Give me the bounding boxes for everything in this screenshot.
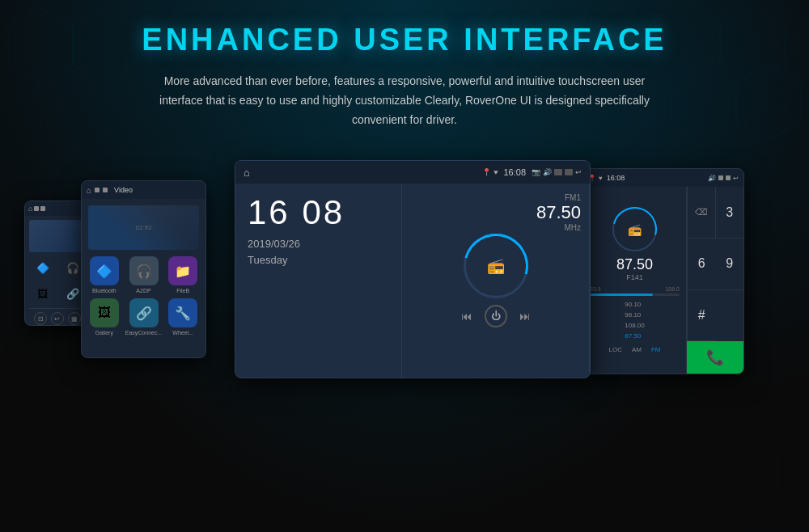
band-labels: LOC AM FM bbox=[608, 346, 660, 353]
right-status-right: 🔊 ↩ bbox=[708, 175, 739, 182]
small-app-btn-1[interactable]: 🔷 bbox=[29, 256, 56, 279]
small-app-grid: 🔷 🎧 🖼 🔗 bbox=[29, 256, 86, 305]
freq-item-3: 108.00 bbox=[625, 321, 644, 331]
right-status-icons: 📍 ♥ 16:08 bbox=[588, 174, 625, 182]
freq-item-active: 87.50 bbox=[625, 331, 644, 342]
page-subtitle: More advanced than ever before, features… bbox=[146, 72, 663, 129]
screen-center: ⌂ 📍 ♥ 16:08 📷 🔊 ↩ 16 08 2019/03/26 bbox=[235, 160, 591, 378]
screen-right: 📍 ♥ 16:08 🔊 ↩ 📻 87 bbox=[582, 168, 744, 374]
gallery-label: Gallery bbox=[95, 330, 113, 336]
fm-freq-display: 87.50 bbox=[536, 202, 581, 223]
video-banner: 02:92 bbox=[88, 205, 199, 250]
small-radio-arc bbox=[604, 199, 665, 260]
app-grid: 📍 Navigation 📻 Radio 🎵 Music 🎬 Video ⚙️ bbox=[235, 378, 590, 378]
time-display: 16 08 bbox=[248, 196, 389, 230]
bluetooth-icon-btn[interactable]: 🔷 bbox=[90, 256, 119, 285]
fm-info: FM1 87.50 MHz bbox=[536, 193, 581, 232]
bluetooth-label: Bluetooth bbox=[92, 288, 116, 293]
left-app-grid: 🔷 Bluetooth 🎧 A2DP 📁 FileB 🖼 Gallery bbox=[88, 256, 199, 336]
easyconnect-icon-btn[interactable]: 🔗 bbox=[129, 298, 159, 327]
far-left-body: 🔷 🎧 🖼 🔗 ⊡ ↩ ▦ bbox=[25, 216, 90, 326]
small-app-btn-3[interactable]: 🖼 bbox=[29, 282, 56, 305]
gallery-icon-btn[interactable]: 🖼 bbox=[90, 298, 119, 327]
screen-left: ⌂ Video 02:92 🔷 Bluetooth 🎧 A2DP bbox=[81, 180, 206, 358]
right-radio-section: 📻 87.50 F141 63.9 108.0 90.1 bbox=[583, 187, 687, 374]
far-left-bottom-controls: ⊡ ↩ ▦ bbox=[29, 308, 86, 326]
freq-start: 63.9 bbox=[590, 286, 601, 292]
freq-range-row: 63.9 108.0 bbox=[590, 286, 680, 292]
key-backspace[interactable]: ⌫ bbox=[688, 187, 716, 239]
key-hash[interactable]: # bbox=[688, 290, 716, 342]
wheel-label: Wheel... bbox=[172, 330, 193, 336]
key-6[interactable]: 6 bbox=[688, 239, 716, 290]
date-line2: Tuesday bbox=[248, 252, 389, 268]
right-freq-display: 87.50 bbox=[616, 256, 653, 273]
app-bluetooth[interactable]: 🔷 Bluetooth bbox=[88, 256, 121, 293]
page-title: ENHANCED USER INTERFACE bbox=[142, 23, 667, 57]
center-header: ⌂ 📍 ♥ 16:08 📷 🔊 ↩ bbox=[235, 161, 590, 184]
prev-track-icon[interactable]: ⏮ bbox=[461, 310, 472, 323]
key-3[interactable]: 3 bbox=[716, 187, 744, 239]
ctrl-home[interactable]: ⊡ bbox=[34, 312, 47, 325]
right-freq-sub: F141 bbox=[626, 273, 643, 281]
left-header: ⌂ Video bbox=[82, 181, 205, 199]
freq-item-1: 90.10 bbox=[625, 300, 644, 310]
center-status-icons: 📍 ♥ 16:08 📷 🔊 ↩ bbox=[482, 167, 582, 177]
ctrl-back[interactable]: ↩ bbox=[51, 312, 64, 325]
wheel-icon-btn[interactable]: 🔧 bbox=[168, 298, 197, 327]
freq-fill bbox=[590, 293, 653, 296]
date-line1: 2019/03/26 bbox=[248, 236, 389, 252]
next-track-icon[interactable]: ⏭ bbox=[519, 310, 531, 323]
left-body: 02:92 🔷 Bluetooth 🎧 A2DP 📁 FileB bbox=[82, 199, 205, 342]
main-content: ENHANCED USER INTERFACE More advanced th… bbox=[0, 0, 809, 411]
fileb-icon-btn[interactable]: 📁 bbox=[168, 256, 197, 285]
fm-unit: MHz bbox=[536, 223, 581, 232]
freq-item-2: 98.10 bbox=[625, 310, 644, 321]
radio-arc bbox=[451, 222, 540, 310]
freq-track bbox=[590, 293, 680, 296]
radio-controls: ⏮ ⏻ ⏭ bbox=[461, 305, 531, 327]
left-screen-title: Video bbox=[114, 186, 133, 194]
freq-bar: 63.9 108.0 bbox=[590, 286, 680, 296]
radio-dial: 📻 bbox=[464, 234, 528, 298]
small-video-banner bbox=[29, 220, 86, 252]
app-easyconnect[interactable]: 🔗 EasyConnec... bbox=[125, 298, 163, 336]
a2dp-icon-btn[interactable]: 🎧 bbox=[129, 256, 159, 285]
easyconnect-label: EasyConnec... bbox=[125, 330, 163, 336]
app-fileb[interactable]: 📁 FileB bbox=[167, 256, 199, 293]
far-left-header: ⌂ bbox=[25, 201, 90, 216]
app-gallery[interactable]: 🖼 Gallery bbox=[88, 298, 121, 336]
radio-section: FM1 87.50 MHz 📻 ⏮ ⏻ ⏭ bbox=[402, 184, 590, 378]
right-body: 📻 87.50 F141 63.9 108.0 90.1 bbox=[583, 187, 743, 374]
screens-showcase: ⌂ 🔷 🎧 🖼 🔗 ⊡ ↩ ▦ bbox=[16, 152, 793, 411]
keypad-numbers: ⌫ 3 6 9 # bbox=[687, 187, 743, 341]
right-header: 📍 ♥ 16:08 🔊 ↩ bbox=[583, 169, 743, 187]
center-body: 16 08 2019/03/26 Tuesday FM1 87.50 MHz 📻 bbox=[235, 184, 590, 378]
app-a2dp[interactable]: 🎧 A2DP bbox=[125, 256, 163, 293]
key-9[interactable]: 9 bbox=[716, 239, 744, 290]
ctrl-menu[interactable]: ▦ bbox=[68, 312, 81, 325]
play-pause-button[interactable]: ⏻ bbox=[485, 305, 507, 327]
call-button[interactable]: 📞 bbox=[687, 341, 743, 374]
a2dp-label: A2DP bbox=[136, 288, 150, 293]
app-wheel[interactable]: 🔧 Wheel... bbox=[167, 298, 199, 336]
right-keypad: ⌫ 3 6 9 # 📞 bbox=[687, 187, 743, 374]
fileb-label: FileB bbox=[176, 288, 189, 293]
time-section: 16 08 2019/03/26 Tuesday bbox=[235, 184, 402, 378]
freq-end: 108.0 bbox=[665, 286, 680, 292]
small-radio-dial: 📻 bbox=[612, 207, 657, 251]
fm-label: FM1 bbox=[536, 193, 581, 202]
freq-list: 90.10 98.10 108.00 87.50 bbox=[625, 300, 644, 341]
